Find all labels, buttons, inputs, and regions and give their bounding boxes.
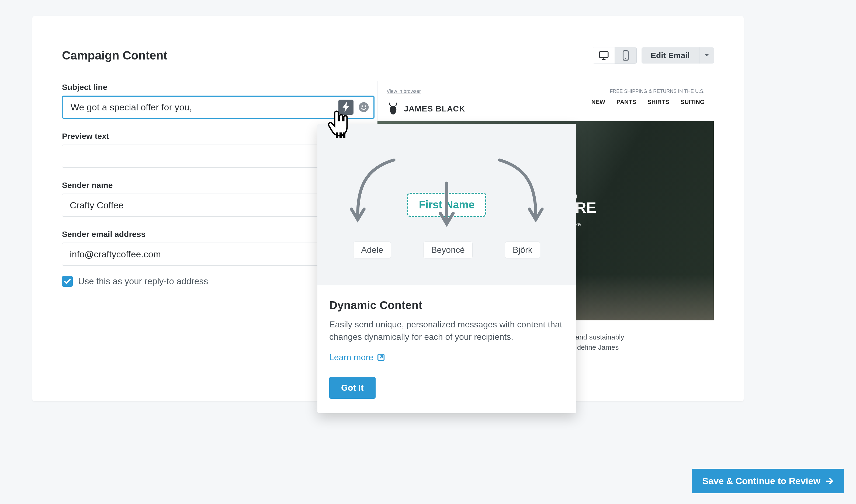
save-continue-button[interactable]: Save & Continue to Review	[692, 469, 844, 493]
mobile-view-button[interactable]	[615, 48, 636, 64]
header-controls: Edit Email	[593, 47, 714, 64]
external-link-icon	[377, 354, 385, 361]
example-chip: Beyoncé	[423, 241, 473, 258]
svg-point-4	[362, 105, 363, 107]
deer-logo-icon	[387, 102, 400, 116]
mobile-icon	[622, 50, 629, 60]
subject-line-input[interactable]	[62, 95, 374, 119]
got-it-button[interactable]: Got It	[329, 377, 375, 399]
desktop-view-button[interactable]	[593, 48, 615, 64]
lightning-icon	[342, 102, 350, 112]
view-in-browser-link[interactable]: View in browser	[387, 89, 465, 94]
example-chip: Adele	[353, 241, 391, 258]
popover-title: Dynamic Content	[329, 299, 564, 312]
learn-more-link[interactable]: Learn more	[329, 353, 564, 362]
reply-to-checkbox[interactable]	[62, 276, 73, 287]
example-chip: Björk	[505, 241, 540, 258]
preview-nav: NEW PANTS SHIRTS SUITING	[591, 98, 704, 106]
emoji-button[interactable]	[356, 100, 371, 115]
dynamic-content-popover: First Name Adele Beyoncé Björk Dynamic C…	[317, 124, 576, 413]
arrow-curve-right-icon	[495, 156, 546, 228]
nav-item[interactable]: NEW	[591, 98, 605, 106]
check-icon	[64, 278, 71, 284]
card-header: Campaign Content Edit Email	[62, 47, 714, 64]
arrow-curve-left-icon	[347, 156, 398, 228]
nav-item[interactable]: SHIRTS	[647, 98, 669, 106]
svg-point-5	[365, 105, 366, 107]
subject-line-label: Subject line	[62, 83, 374, 92]
nav-item[interactable]: SUITING	[681, 98, 704, 106]
svg-rect-0	[600, 52, 608, 58]
arrow-right-icon	[825, 478, 833, 485]
smiley-icon	[359, 102, 369, 112]
brand-name: JAMES BLACK	[404, 104, 465, 113]
page-title: Campaign Content	[62, 49, 167, 62]
popover-description: Easily send unique, personalized message…	[329, 318, 564, 343]
device-toggle	[593, 47, 637, 64]
svg-point-2	[625, 58, 626, 59]
edit-email-group: Edit Email	[642, 48, 714, 64]
popover-illustration: First Name Adele Beyoncé Björk	[317, 124, 576, 285]
nav-item[interactable]: PANTS	[616, 98, 636, 106]
edit-email-button[interactable]: Edit Email	[642, 48, 699, 64]
desktop-icon	[599, 51, 609, 60]
reply-to-label: Use this as your reply-to address	[78, 276, 208, 286]
free-shipping-text: FREE SHIPPING & RETURNS IN THE U.S.	[591, 89, 704, 94]
edit-email-dropdown-button[interactable]	[699, 48, 714, 64]
dynamic-content-button[interactable]	[338, 100, 353, 115]
arrow-down-icon	[436, 180, 457, 229]
svg-point-3	[359, 102, 369, 112]
caret-down-icon	[704, 54, 710, 57]
